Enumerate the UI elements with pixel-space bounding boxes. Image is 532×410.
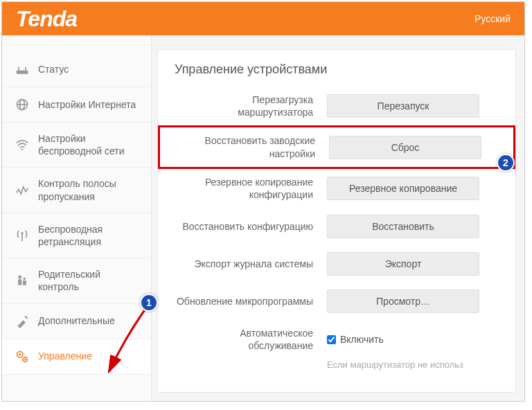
row-label: Обновление микропрограммы bbox=[175, 295, 327, 308]
svg-rect-0 bbox=[17, 71, 28, 74]
row-firmware: Обновление микропрограммы Просмотр… bbox=[158, 283, 515, 320]
svg-rect-2 bbox=[25, 67, 26, 71]
sidebar-item-label: Контроль полосы пропускания bbox=[38, 177, 139, 202]
tools-icon bbox=[15, 314, 30, 329]
sidebar-item-parental[interactable]: Родительский контроль bbox=[2, 258, 151, 303]
row-label: Резервное копирование конфигурации bbox=[175, 176, 327, 201]
main-panel: Управление устройствами Перезагрузка мар… bbox=[157, 49, 516, 393]
callout-1: 1 bbox=[140, 294, 158, 312]
globe-icon bbox=[15, 97, 30, 112]
wifi-icon bbox=[15, 137, 30, 152]
sidebar-item-bandwidth[interactable]: Контроль полосы пропускания bbox=[2, 168, 151, 213]
sidebar-item-label: Управление bbox=[38, 350, 92, 362]
sidebar-item-label: Беспроводная ретрансляция bbox=[38, 223, 139, 248]
language-selector[interactable]: Русский bbox=[475, 13, 511, 24]
sidebar-item-internet[interactable]: Настройки Интернета bbox=[2, 87, 151, 123]
sidebar: Статус Настройки Интернета Настройки бес… bbox=[2, 35, 152, 401]
hint-text: Если маршрутизатор не использ bbox=[327, 359, 499, 370]
row-label: Восстановить заводские настройки bbox=[177, 134, 329, 159]
auto-maint-checkbox[interactable] bbox=[327, 335, 336, 344]
svg-point-10 bbox=[24, 278, 26, 280]
sidebar-item-status[interactable]: Статус bbox=[2, 52, 151, 87]
row-label: Перезагрузка маршрутизатора bbox=[175, 93, 327, 118]
sidebar-item-label: Родительский контроль bbox=[38, 268, 139, 293]
svg-point-6 bbox=[21, 149, 24, 151]
row-backup: Резервное копирование конфигурации Резер… bbox=[158, 169, 515, 208]
svg-point-14 bbox=[19, 353, 21, 355]
svg-rect-11 bbox=[18, 280, 21, 285]
router-icon bbox=[15, 62, 30, 77]
page-title: Управление устройствами bbox=[158, 62, 515, 87]
row-reboot: Перезагрузка маршрутизатора Перезапуск bbox=[158, 87, 515, 125]
svg-rect-1 bbox=[18, 67, 19, 71]
row-label: Восстановить конфигурацию bbox=[175, 220, 327, 233]
svg-point-9 bbox=[18, 276, 21, 279]
callout-2: 2 bbox=[497, 154, 515, 172]
browse-button[interactable]: Просмотр… bbox=[327, 289, 479, 313]
sidebar-item-label: Статус bbox=[38, 63, 69, 75]
row-restore: Восстановить конфигурацию Восстановить bbox=[158, 208, 515, 245]
svg-point-16 bbox=[24, 358, 26, 360]
row-label: Автоматическое обслуживание bbox=[175, 327, 327, 352]
family-icon bbox=[15, 273, 30, 288]
sidebar-item-management[interactable]: Управление bbox=[2, 339, 151, 375]
row-factory-reset: Восстановить заводские настройки Сброс bbox=[158, 125, 515, 168]
restore-button[interactable]: Восстановить bbox=[327, 215, 479, 238]
sidebar-item-label: Настройки беспроводной сети bbox=[38, 132, 139, 157]
antenna-icon bbox=[15, 228, 30, 243]
row-label: Экспорт журнала системы bbox=[175, 258, 327, 270]
sidebar-item-label: Дополнительные bbox=[38, 314, 115, 327]
waves-icon bbox=[15, 183, 30, 198]
auto-maint-label: Включить bbox=[340, 334, 384, 345]
reboot-button[interactable]: Перезапуск bbox=[327, 94, 479, 118]
brand-logo: Tenda bbox=[16, 6, 77, 32]
row-hint: Если маршрутизатор не использ bbox=[158, 359, 515, 377]
svg-point-8 bbox=[21, 232, 23, 234]
backup-button[interactable]: Резервное копирование bbox=[327, 177, 479, 200]
sidebar-item-repeater[interactable]: Беспроводная ретрансляция bbox=[2, 213, 151, 258]
sidebar-item-wireless[interactable]: Настройки беспроводной сети bbox=[2, 123, 151, 168]
export-button[interactable]: Экспорт bbox=[327, 252, 479, 276]
gear-icon bbox=[15, 349, 30, 364]
row-auto-maint: Автоматическое обслуживание Включить bbox=[158, 320, 515, 359]
svg-rect-12 bbox=[23, 280, 26, 285]
row-export-log: Экспорт журнала системы Экспорт bbox=[158, 245, 515, 283]
reset-button[interactable]: Сброс bbox=[329, 136, 481, 159]
sidebar-item-advanced[interactable]: Дополнительные bbox=[2, 304, 151, 339]
header: Tenda Русский bbox=[2, 2, 524, 35]
sidebar-item-label: Настройки Интернета bbox=[38, 98, 136, 111]
